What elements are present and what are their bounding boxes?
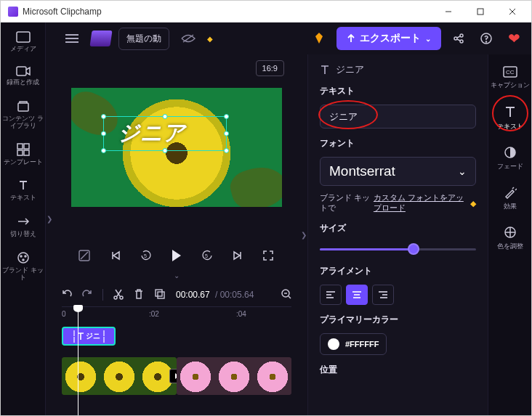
favorite-heart-icon[interactable]: ❤ [504, 28, 524, 49]
svg-text:CC: CC [506, 69, 515, 76]
svg-rect-6 [18, 103, 28, 111]
time-current: 00:00.67 [176, 290, 210, 300]
upgrade-diamond-icon[interactable] [309, 28, 329, 49]
text-value-input[interactable] [320, 105, 476, 129]
resize-handle[interactable] [162, 148, 167, 153]
svg-point-25 [486, 41, 487, 42]
size-section-label: サイズ [320, 222, 476, 234]
export-button[interactable]: エクスポート ⌄ [336, 27, 441, 50]
collapse-chevron-icon[interactable]: ⌄ [53, 272, 300, 283]
svg-rect-5 [17, 67, 26, 76]
delete-icon[interactable] [134, 288, 144, 302]
svg-point-31 [120, 296, 123, 299]
resize-handle[interactable] [101, 131, 106, 136]
transport-controls: 5 5 [53, 240, 300, 272]
timeline-ruler[interactable]: 0 :02 :04 [62, 306, 291, 322]
sidebar-label: テキスト [10, 195, 36, 202]
align-left-button[interactable] [320, 285, 342, 305]
ruler-tick: :04 [236, 310, 246, 318]
timecode: 00:00.67 / 00:05.64 [176, 290, 254, 300]
align-center-button[interactable] [346, 285, 368, 305]
font-upload-note[interactable]: ブランド キットでカスタム フォントをアップロード ◆ [320, 193, 476, 213]
right-tab-captions[interactable]: CC キャプション [488, 59, 532, 97]
sidebar-item-library[interactable]: コンテンツ ライブラリ [1, 94, 46, 137]
help-icon[interactable] [476, 28, 496, 49]
video-clip[interactable] [177, 357, 291, 395]
forward-5-icon[interactable]: 5 [199, 248, 215, 264]
clip-thumb [253, 357, 291, 395]
sidebar-item-media[interactable]: メディア [1, 25, 46, 60]
right-tab-effects[interactable]: 効果 [488, 179, 532, 219]
left-sidebar: メディア 録画と作成 コンテンツ ライブラリ テンプレート テキスト 切り替え [1, 23, 46, 415]
svg-point-30 [114, 296, 117, 299]
video-clip[interactable] [62, 357, 177, 395]
video-track[interactable] [62, 357, 291, 395]
text-track[interactable]: ジニ [62, 322, 291, 353]
split-icon[interactable] [113, 288, 124, 302]
titlebar: Microsoft Clipchamp [1, 1, 531, 23]
text-section-label: テキスト [320, 85, 476, 97]
svg-line-27 [81, 252, 88, 259]
aspect-ratio-badge[interactable]: 16:9 [256, 60, 284, 76]
resize-handle[interactable] [224, 131, 229, 136]
transition-badge-icon[interactable] [169, 369, 177, 383]
zoom-out-icon[interactable] [281, 289, 291, 301]
premium-diamond-icon: ◆ [470, 199, 476, 208]
resize-handle[interactable] [162, 114, 167, 119]
props-crumb: ジニア [320, 63, 476, 76]
right-tab-text[interactable]: テキスト [488, 97, 532, 139]
sidebar-item-text[interactable]: テキスト [1, 173, 46, 209]
upload-link[interactable]: カスタム フォントをアップロード [374, 193, 467, 213]
primary-color-chip[interactable]: #FFFFFF [320, 333, 387, 355]
svg-rect-4 [17, 32, 30, 42]
share-icon[interactable] [448, 28, 469, 49]
play-button[interactable] [169, 248, 185, 264]
skip-end-icon[interactable] [230, 248, 246, 264]
color-value: #FFFFFF [345, 340, 379, 348]
skip-start-icon[interactable] [108, 248, 124, 264]
right-tab-fade[interactable]: フェード [488, 139, 532, 179]
sidebar-item-brandkit[interactable]: ブランド キット [1, 245, 46, 289]
svg-text:5: 5 [144, 253, 147, 258]
resize-handle[interactable] [224, 148, 229, 153]
mute-toggle-icon[interactable] [77, 248, 93, 264]
project-title-input[interactable]: 無題の動 [118, 28, 169, 50]
left-expand-chevron-icon[interactable]: ❯ [46, 23, 53, 415]
svg-rect-1 [477, 9, 483, 15]
props-expand-chevron-icon[interactable]: ❯ [300, 54, 307, 415]
playhead[interactable] [78, 306, 78, 415]
clip-grip-left[interactable] [72, 330, 76, 343]
right-tab-color[interactable]: 色を調整 [488, 219, 532, 258]
sidebar-label: ブランド キット [2, 267, 44, 282]
clip-thumb [100, 357, 139, 395]
clip-grip-right[interactable] [102, 330, 105, 343]
resize-handle[interactable] [101, 148, 106, 153]
undo-icon[interactable] [62, 289, 72, 301]
font-select[interactable]: Montserrat ⌄ [320, 157, 476, 186]
preview-stage: 16:9 ジニア [53, 54, 300, 240]
resize-handle[interactable] [101, 114, 106, 119]
sidebar-item-record[interactable]: 録画と作成 [1, 60, 46, 94]
timeline-toolbar: 00:00.67 / 00:05.64 [53, 283, 300, 306]
sidebar-item-transitions[interactable]: 切り替え [1, 209, 46, 245]
duplicate-icon[interactable] [154, 288, 166, 302]
rewind-5-icon[interactable]: 5 [138, 248, 154, 264]
sidebar-label: 録画と作成 [7, 79, 39, 86]
close-button[interactable] [496, 1, 528, 22]
preview-canvas[interactable]: ジニア [71, 88, 282, 207]
menu-button[interactable] [60, 27, 84, 50]
maximize-button[interactable] [464, 1, 496, 22]
time-duration: 00:05.64 [220, 290, 254, 300]
selection-box[interactable] [103, 116, 227, 151]
align-right-button[interactable] [372, 285, 394, 305]
size-slider[interactable] [320, 242, 476, 256]
fullscreen-icon[interactable] [260, 248, 276, 264]
text-clip[interactable]: ジニ [62, 327, 116, 346]
resize-handle[interactable] [224, 114, 229, 119]
redo-icon[interactable] [82, 289, 92, 301]
minimize-button[interactable] [432, 1, 464, 22]
sidebar-item-templates[interactable]: テンプレート [1, 137, 46, 174]
slider-knob[interactable] [408, 243, 419, 255]
timeline[interactable]: 0 :02 :04 ジニ [53, 306, 300, 415]
visibility-toggle-icon[interactable] [177, 27, 200, 50]
